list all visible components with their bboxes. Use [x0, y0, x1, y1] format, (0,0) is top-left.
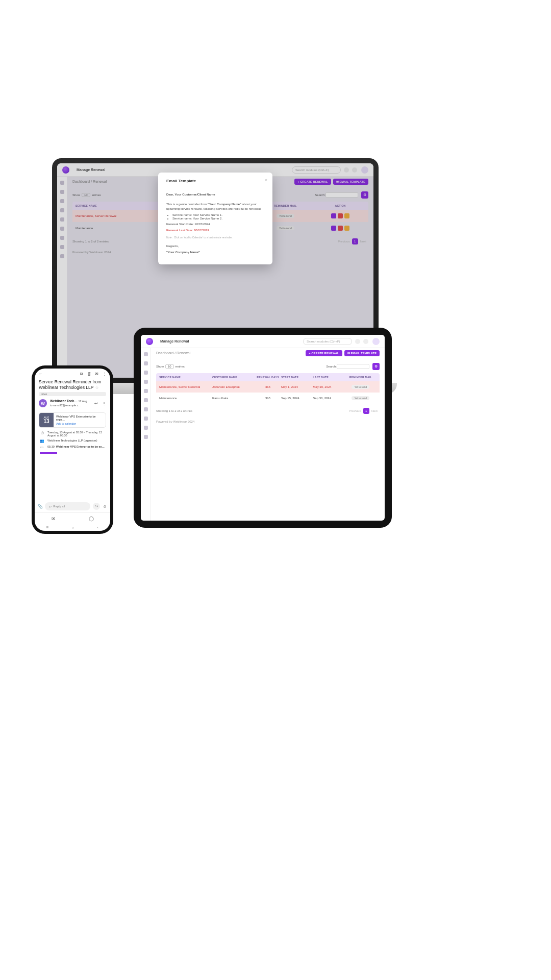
search-label: Search:	[315, 193, 325, 197]
pager-current[interactable]: 1	[363, 408, 369, 414]
phone-device: ← ⧉ 🗑 ✉ ⋮ Service Renewal Reminder from …	[32, 365, 113, 534]
page-size-select[interactable]: 10	[82, 193, 90, 197]
phone-screen: ← ⧉ 🗑 ✉ ⋮ Service Renewal Reminder from …	[35, 369, 110, 531]
page-size-select[interactable]: 10	[165, 364, 174, 369]
calendar-icon: ▭	[40, 445, 44, 449]
sidebar-icon[interactable]	[60, 236, 64, 240]
refresh-icon[interactable]	[352, 167, 357, 173]
delete-icon[interactable]: 🗑	[87, 372, 91, 376]
sidebar-icon[interactable]	[60, 245, 64, 249]
close-icon[interactable]: ×	[265, 178, 267, 183]
pager-next[interactable]: Next	[360, 240, 366, 243]
sidebar-icon[interactable]	[60, 199, 64, 203]
refresh-icon[interactable]	[363, 339, 368, 344]
pager-prev[interactable]: Previous	[349, 409, 361, 412]
inbox-label[interactable]: Inbox	[39, 392, 106, 396]
sidebar-icon[interactable]	[144, 371, 148, 375]
mail-icon[interactable]: ✉	[94, 372, 99, 376]
calendar-card[interactable]: AUG13 Weblinear VPS Enterprise to be exp…	[39, 412, 106, 428]
create-renewal-button[interactable]: + CREATE RENEWAL	[306, 350, 342, 356]
home-icon[interactable]: ○	[72, 525, 74, 530]
user-avatar[interactable]	[361, 166, 368, 174]
settings-icon[interactable]: ⚙	[372, 363, 380, 370]
reply-input[interactable]: ↩ Reply all	[45, 502, 90, 510]
progress-bar	[40, 452, 57, 454]
attach-icon[interactable]: 📎	[38, 504, 42, 509]
edit-icon[interactable]	[331, 213, 336, 218]
clock-icon: ◷	[40, 431, 44, 435]
col-mail[interactable]: REMINDER MAIL	[345, 376, 377, 379]
col-days[interactable]: RENEWAL DAYS	[255, 376, 281, 379]
sidebar-icon[interactable]	[144, 398, 148, 402]
brand-logo-icon	[146, 338, 153, 345]
forward-icon[interactable]: ↪	[93, 503, 100, 510]
table-search-input[interactable]	[337, 364, 369, 369]
sidebar-icon[interactable]	[144, 380, 148, 384]
edit-icon[interactable]	[331, 226, 336, 231]
sender-avatar[interactable]: W	[39, 399, 47, 407]
global-search-input[interactable]: Search modules (Ctrl+F)	[303, 338, 352, 345]
mail-toolbar: ← ⧉ 🗑 ✉ ⋮	[35, 369, 110, 379]
pager-next[interactable]: Next	[371, 409, 378, 412]
chat-tab-icon[interactable]: ◯	[89, 516, 94, 521]
sidebar-icon[interactable]	[144, 352, 148, 356]
tool-icon[interactable]	[344, 167, 349, 173]
status-badge: Yet to send	[352, 385, 369, 389]
sidebar-icon[interactable]	[60, 254, 64, 258]
global-search-input[interactable]: Search modules (Ctrl+F)	[292, 166, 341, 174]
more-icon[interactable]: ⋮	[102, 372, 107, 376]
col-last[interactable]: LAST DATE	[313, 376, 344, 379]
col-start[interactable]: START DATE	[281, 376, 313, 379]
email-template-button[interactable]: ✉ EMAIL TEMPLATE	[333, 179, 369, 185]
delete-icon[interactable]	[338, 226, 343, 231]
app-topbar: Manage Renewal Search modules (Ctrl+F)	[141, 335, 385, 348]
sidebar-icon[interactable]	[60, 181, 64, 185]
people-icon: 👥	[40, 439, 44, 443]
email-template-button[interactable]: ✉ EMAIL TEMPLATE	[344, 350, 380, 356]
entries-label: entries	[92, 193, 101, 197]
sidebar-icon[interactable]	[144, 407, 148, 411]
sidebar-icon[interactable]	[60, 190, 64, 194]
tool-icon[interactable]	[355, 339, 360, 344]
reply-icon[interactable]: ↩	[94, 401, 98, 406]
back-icon[interactable]: ←	[38, 372, 43, 376]
delete-icon[interactable]	[338, 213, 343, 218]
sidebar-icon[interactable]	[60, 208, 64, 212]
mail-icon[interactable]	[344, 226, 349, 231]
footer-text: Powered by Weblinear 2024	[156, 420, 380, 423]
sidebar-icon[interactable]	[144, 435, 148, 439]
sidebar	[141, 348, 151, 521]
email-template-modal: × Email Template Dear, Your Customer/Cli…	[158, 173, 272, 264]
emoji-icon[interactable]: ☺	[103, 504, 107, 509]
table-row[interactable]: Maintenance, Server Renewal Janardan Ent…	[156, 381, 380, 393]
status-badge: Yet to send	[277, 214, 294, 218]
sidebar-icon[interactable]	[60, 217, 64, 222]
phone-bottom-nav: ✉ ◯	[35, 512, 110, 524]
pager-current[interactable]: 1	[352, 238, 358, 244]
sidebar-icon[interactable]	[60, 227, 64, 231]
status-badge: Yet to send	[352, 396, 369, 400]
show-label: Show	[156, 365, 164, 368]
sidebar-icon[interactable]	[144, 416, 148, 421]
mail-icon[interactable]	[344, 213, 349, 218]
settings-icon[interactable]: ⚙	[361, 191, 368, 199]
create-renewal-button[interactable]: + CREATE RENEWAL	[294, 179, 331, 185]
col-service[interactable]: SERVICE NAME	[159, 376, 212, 379]
recents-icon[interactable]: ≡	[46, 525, 49, 530]
col-customer[interactable]: CUSTOMER NAME	[212, 376, 255, 379]
mail-tab-icon[interactable]: ✉	[52, 516, 56, 521]
email-subject: Service Renewal Reminder from Weblinear …	[35, 379, 110, 390]
user-avatar[interactable]	[372, 338, 380, 345]
table-row[interactable]: Maintenance Ramu Kaka 365 Sep 15, 2024 S…	[156, 393, 380, 404]
sidebar-icon[interactable]	[144, 361, 148, 365]
archive-icon[interactable]: ⧉	[79, 372, 84, 376]
sidebar-icon[interactable]	[144, 389, 148, 393]
system-nav: ≡ ○ ‹	[35, 524, 110, 531]
more-icon[interactable]: ⋮	[102, 401, 106, 406]
table-search-input[interactable]	[325, 192, 358, 198]
modal-title: Email Template	[166, 179, 264, 183]
back-icon[interactable]: ‹	[97, 525, 99, 530]
add-to-calendar-link[interactable]: Add to calendar	[56, 422, 103, 425]
pager-prev[interactable]: Previous	[338, 240, 349, 243]
sidebar-icon[interactable]	[144, 426, 148, 430]
